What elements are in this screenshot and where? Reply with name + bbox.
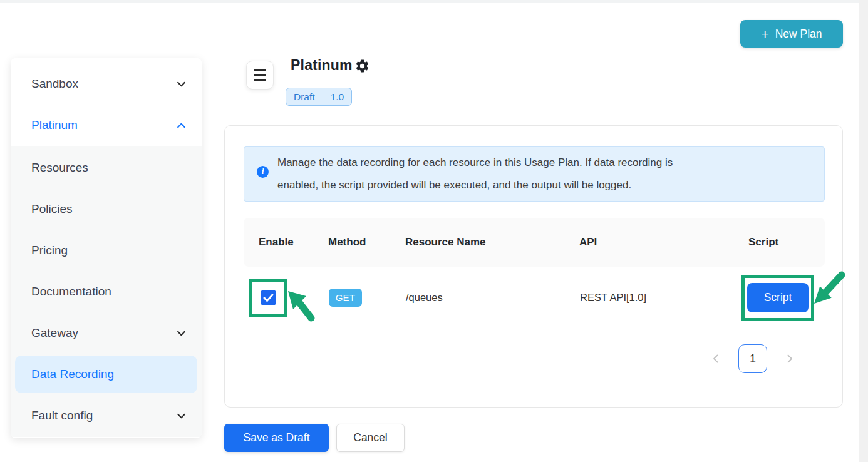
sidebar-top-section: Sandbox Platinum	[11, 58, 202, 146]
sidebar-item-label: Fault config	[31, 409, 93, 423]
column-header-method: Method	[313, 218, 390, 267]
sidebar-item-platinum[interactable]: Platinum	[11, 105, 202, 146]
sidebar-item-label: Documentation	[31, 285, 111, 299]
column-header-script: Script	[733, 218, 825, 267]
sidebar-item-label: Resources	[31, 161, 88, 175]
pagination-page-1[interactable]: 1	[738, 344, 767, 373]
script-button[interactable]: Script	[747, 283, 809, 312]
save-as-draft-button[interactable]: Save as Draft	[224, 424, 329, 452]
chevron-down-icon	[176, 328, 187, 339]
info-banner-text: Manage the data recording for each resou…	[277, 151, 673, 197]
annotation-highlight-box: Script	[741, 275, 814, 321]
chevron-up-icon	[176, 120, 187, 131]
new-plan-button[interactable]: + New Plan	[740, 20, 843, 48]
sidebar-item-data-recording[interactable]: Data Recording	[15, 356, 197, 393]
sidebar-item-label: Pricing	[31, 244, 68, 257]
checkmark-icon	[263, 294, 274, 302]
chevron-down-icon	[176, 79, 187, 90]
info-icon: i	[257, 166, 269, 178]
menu-toggle-button[interactable]	[246, 61, 274, 90]
sidebar-item-pricing[interactable]: Pricing	[11, 230, 202, 271]
chevron-down-icon	[176, 411, 187, 421]
enable-cell	[244, 279, 313, 317]
cancel-button[interactable]: Cancel	[336, 424, 405, 452]
sidebar-item-label: Sandbox	[31, 77, 78, 91]
sidebar-item-sandbox[interactable]: Sandbox	[11, 63, 202, 105]
api-cell: REST API[1.0]	[564, 292, 733, 304]
info-banner: i Manage the data recording for each res…	[244, 146, 825, 202]
sidebar-item-documentation[interactable]: Documentation	[11, 271, 202, 312]
sidebar-item-label: Policies	[31, 202, 72, 216]
pagination: 1	[711, 344, 795, 373]
column-header-resource-name: Resource Name	[390, 218, 564, 267]
plan-title-row: Platinum	[291, 57, 370, 74]
pagination-prev-icon[interactable]	[711, 354, 721, 364]
new-plan-label: New Plan	[775, 28, 822, 41]
sidebar-submenu: Resources Policies Pricing Documentation…	[11, 146, 202, 437]
plus-icon: +	[761, 28, 768, 41]
info-banner-line1: Manage the data recording for each resou…	[277, 151, 673, 174]
sidebar: Sandbox Platinum Resources Policies Pric…	[11, 58, 202, 438]
gear-icon[interactable]	[354, 58, 370, 74]
status-badge: Draft	[286, 88, 323, 105]
sidebar-item-fault-config[interactable]: Fault config	[11, 395, 202, 436]
sidebar-item-label: Platinum	[31, 118, 78, 132]
sidebar-item-label: Gateway	[31, 326, 78, 340]
hamburger-icon	[254, 69, 266, 71]
page-title: Platinum	[291, 57, 353, 74]
sidebar-item-resources[interactable]: Resources	[11, 147, 202, 188]
pagination-next-icon[interactable]	[785, 354, 795, 364]
info-banner-line2: enabled, the script provided will be exe…	[277, 174, 673, 197]
method-badge: GET	[329, 289, 362, 307]
table-row: GET /queues REST API[1.0] Script	[244, 267, 825, 329]
method-cell: GET	[313, 289, 390, 307]
sidebar-item-policies[interactable]: Policies	[11, 188, 202, 230]
enable-checkbox[interactable]	[261, 290, 276, 305]
annotation-highlight-box	[249, 279, 287, 317]
table-header: Enable Method Resource Name API Script	[244, 218, 825, 267]
top-strip	[0, 0, 868, 3]
column-header-enable: Enable	[244, 218, 313, 267]
script-cell: Script	[733, 275, 825, 321]
column-header-api: API	[564, 218, 733, 267]
version-badge: 1.0	[323, 88, 352, 105]
sidebar-item-label: Data Recording	[31, 367, 114, 381]
data-recording-panel: i Manage the data recording for each res…	[224, 125, 843, 408]
plan-status-badge: Draft 1.0	[286, 88, 352, 106]
resource-name-cell: /queues	[390, 292, 564, 304]
sidebar-item-gateway[interactable]: Gateway	[11, 312, 202, 354]
page-right-edge	[859, 0, 868, 462]
